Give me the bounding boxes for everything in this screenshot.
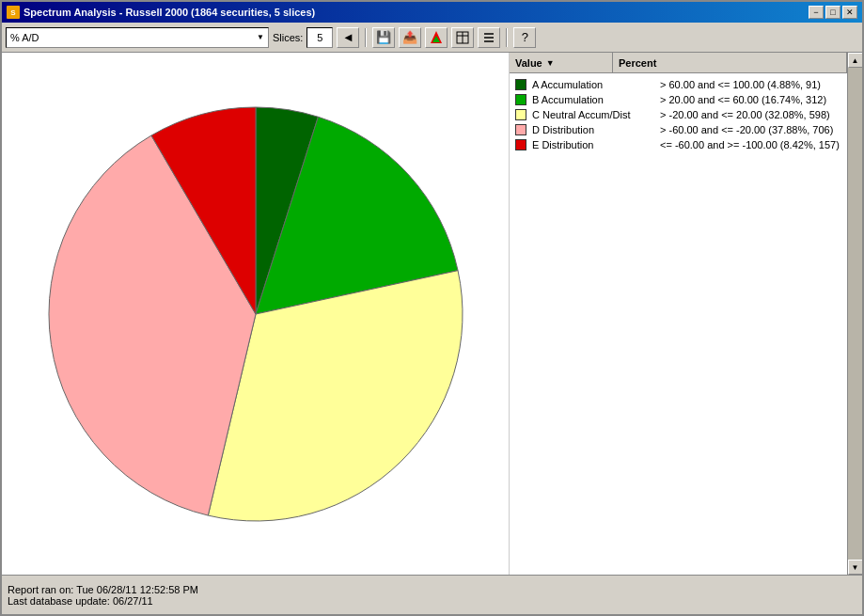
legend-label-1: B Accumulation <box>532 94 654 105</box>
legend-color-3 <box>515 124 526 135</box>
legend-label-0: A Accumulation <box>532 79 654 90</box>
color-button[interactable] <box>425 27 448 48</box>
content-area: Value ▼ Percent A Accumulation > 60.00 a… <box>2 53 862 575</box>
legend-row: A Accumulation > 60.00 and <= 100.00 (4.… <box>510 77 847 92</box>
sort-icon[interactable]: ▼ <box>546 58 555 68</box>
slices-label: Slices: <box>273 32 303 43</box>
legend-range-2: > -20.00 and <= 20.00 (32.08%, 598) <box>660 109 841 120</box>
maximize-button[interactable]: □ <box>825 6 840 19</box>
export-button[interactable]: 📤 <box>399 27 421 48</box>
legend-color-4 <box>515 139 526 150</box>
legend-range-3: > -60.00 and <= -20.00 (37.88%, 706) <box>660 124 841 135</box>
status-line2: Last database update: 06/27/11 <box>8 595 856 607</box>
legend-row: E Distribution <= -60.00 and >= -100.00 … <box>510 137 847 152</box>
legend-label-4: E Distribution <box>532 139 654 150</box>
dropdown-arrow-icon: ▼ <box>257 33 264 41</box>
legend-row: D Distribution > -60.00 and <= -20.00 (3… <box>510 122 847 137</box>
chart-area <box>2 53 509 575</box>
legend-range-4: <= -60.00 and >= -100.00 (8.42%, 157) <box>660 139 841 150</box>
save-button[interactable]: 💾 <box>372 27 395 48</box>
legend-color-2 <box>515 109 526 120</box>
scrollbar: ▲ ▼ <box>847 53 862 575</box>
slices-decrement-button[interactable]: ◄ <box>337 27 359 48</box>
main-window: S Spectrum Analysis - Russell 2000 (1864… <box>0 0 864 616</box>
toolbar-separator-2 <box>506 28 508 47</box>
slices-value: 5 <box>317 32 322 43</box>
dropdown-value: % A/D <box>10 32 39 43</box>
legend-row: C Neutral Accum/Dist > -20.00 and <= 20.… <box>510 107 847 122</box>
minimize-button[interactable]: − <box>809 6 824 19</box>
title-bar: S Spectrum Analysis - Russell 2000 (1864… <box>2 2 862 23</box>
legend-range-0: > 60.00 and <= 100.00 (4.88%, 91) <box>660 79 841 90</box>
scroll-up-button[interactable]: ▲ <box>848 53 863 68</box>
legend-col-value: Value ▼ <box>510 53 613 72</box>
analysis-dropdown[interactable]: % A/D ▼ <box>6 27 269 48</box>
title-controls: − □ ✕ <box>809 6 857 19</box>
scroll-down-button[interactable]: ▼ <box>848 560 863 575</box>
pie-chart <box>30 88 481 540</box>
help-button[interactable]: ? <box>513 27 536 48</box>
legend-label-2: C Neutral Accum/Dist <box>532 109 654 120</box>
legend-color-1 <box>515 94 526 105</box>
legend-panel: Value ▼ Percent A Accumulation > 60.00 a… <box>509 53 847 575</box>
legend-range-1: > 20.00 and <= 60.00 (16.74%, 312) <box>660 94 841 105</box>
legend-percent-label: Percent <box>619 57 656 69</box>
window-title: Spectrum Analysis - Russell 2000 (1864 s… <box>24 7 315 18</box>
scroll-track[interactable] <box>848 68 863 560</box>
legend-color-0 <box>515 79 526 90</box>
legend-rows: A Accumulation > 60.00 and <= 100.00 (4.… <box>510 73 847 156</box>
status-line1: Report ran on: Tue 06/28/11 12:52:58 PM <box>8 584 856 595</box>
legend-header: Value ▼ Percent <box>510 53 847 73</box>
status-bar: Report ran on: Tue 06/28/11 12:52:58 PM … <box>2 575 862 614</box>
list-button[interactable] <box>478 27 500 48</box>
legend-col-percent: Percent <box>613 53 847 72</box>
table-button[interactable] <box>451 27 474 48</box>
legend-row: B Accumulation > 20.00 and <= 60.00 (16.… <box>510 92 847 107</box>
legend-value-label: Value <box>515 57 542 69</box>
toolbar: % A/D ▼ Slices: 5 ◄ 💾 📤 <box>2 23 862 53</box>
slices-input[interactable]: 5 <box>306 27 333 48</box>
legend-label-3: D Distribution <box>532 124 654 135</box>
toolbar-separator-1 <box>365 28 367 47</box>
close-button[interactable]: ✕ <box>842 6 857 19</box>
app-icon: S <box>7 6 20 19</box>
title-bar-left: S Spectrum Analysis - Russell 2000 (1864… <box>7 6 315 19</box>
